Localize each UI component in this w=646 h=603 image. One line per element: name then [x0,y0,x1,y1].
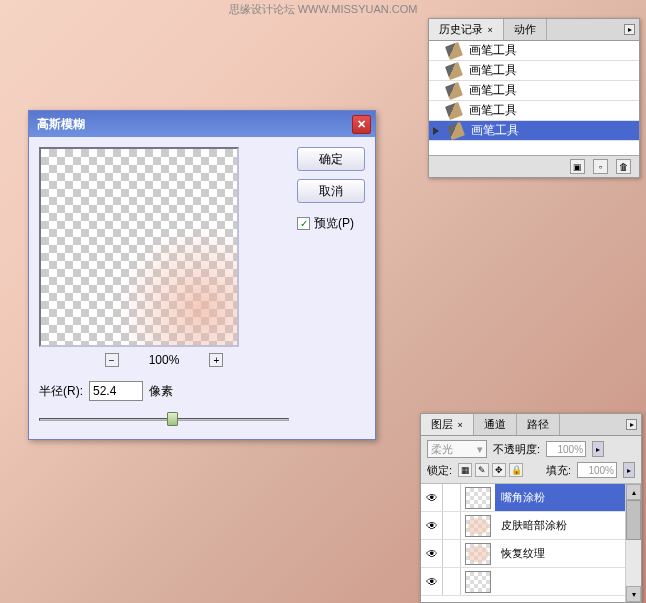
slider-thumb[interactable] [167,412,178,426]
scroll-track[interactable] [626,540,641,586]
layer-item[interactable]: 👁 恢复纹理 [421,540,641,568]
brush-icon [445,62,463,80]
history-item[interactable]: 画笔工具 [429,101,639,121]
zoom-out-button[interactable]: − [105,353,119,367]
brush-icon [447,122,465,140]
layer-thumbnail[interactable] [465,515,491,537]
history-footer: ▣ ▫ 🗑 [429,155,639,177]
tab-channels[interactable]: 通道 [474,414,517,435]
history-pointer-icon [433,127,439,135]
dialog-body: − 100% + 半径(R): 像素 确定 取消 ✓ 预览(P) [29,137,375,439]
visibility-toggle[interactable]: 👁 [421,568,443,595]
dialog-title: 高斯模糊 [37,116,85,133]
blend-mode-select[interactable]: 柔光▾ [427,440,487,458]
history-item[interactable]: 画笔工具 [429,41,639,61]
tab-history[interactable]: 历史记录 × [429,19,504,40]
fill-arrow[interactable]: ▸ [623,462,635,478]
tab-actions[interactable]: 动作 [504,19,547,40]
preview-checkbox-label: 预览(P) [314,215,354,232]
ok-button[interactable]: 确定 [297,147,365,171]
layer-item[interactable]: 👁 [421,568,641,596]
radius-slider[interactable] [39,411,289,429]
dialog-titlebar[interactable]: 高斯模糊 ✕ [29,111,375,137]
layers-options: 柔光▾ 不透明度: ▸ 锁定: ▦ ✎ ✥ 🔒 填充: ▸ [421,436,641,484]
fill-input[interactable] [577,462,617,478]
lock-position-icon[interactable]: ✥ [492,463,506,477]
gaussian-blur-dialog: 高斯模糊 ✕ − 100% + 半径(R): 像素 确定 取消 [28,110,376,440]
tab-paths[interactable]: 路径 [517,414,560,435]
opacity-label: 不透明度: [493,442,540,457]
layer-thumbnail[interactable] [465,571,491,593]
layers-tabs: 图层 × 通道 路径 ▸ [421,414,641,436]
zoom-in-button[interactable]: + [209,353,223,367]
close-button[interactable]: ✕ [352,115,371,134]
link-column[interactable] [443,512,461,539]
layer-name[interactable]: 恢复纹理 [495,540,641,567]
link-column[interactable] [443,568,461,595]
radius-unit: 像素 [149,383,173,400]
layers-scrollbar[interactable]: ▴ ▾ [625,484,641,602]
lock-label: 锁定: [427,463,452,478]
layers-list: 👁 嘴角涂粉 👁 皮肤暗部涂粉 👁 恢复纹理 👁 [421,484,641,602]
preview-content [117,225,237,345]
preview-checkbox[interactable]: ✓ [297,217,310,230]
link-column[interactable] [443,484,461,511]
cancel-button[interactable]: 取消 [297,179,365,203]
snapshot-icon[interactable]: ▣ [570,159,585,174]
radius-input[interactable] [89,381,143,401]
watermark-text: 思缘设计论坛 WWW.MISSYUAN.COM [229,2,418,17]
scroll-up-button[interactable]: ▴ [626,484,641,500]
lock-image-icon[interactable]: ✎ [475,463,489,477]
history-panel: 历史记录 × 动作 ▸ 画笔工具 画笔工具 画笔工具 画笔工具 画笔工具 ▣ ▫… [428,18,640,178]
brush-icon [445,42,463,60]
trash-icon[interactable]: 🗑 [616,159,631,174]
link-column[interactable] [443,540,461,567]
brush-icon [445,102,463,120]
layer-thumbnail[interactable] [465,487,491,509]
lock-all-icon[interactable]: 🔒 [509,463,523,477]
visibility-toggle[interactable]: 👁 [421,540,443,567]
history-list: 画笔工具 画笔工具 画笔工具 画笔工具 画笔工具 [429,41,639,155]
history-item[interactable]: 画笔工具 [429,81,639,101]
history-item[interactable]: 画笔工具 [429,121,639,141]
visibility-toggle[interactable]: 👁 [421,484,443,511]
fill-label: 填充: [546,463,571,478]
radius-label: 半径(R): [39,383,83,400]
opacity-input[interactable] [546,441,586,457]
new-state-icon[interactable]: ▫ [593,159,608,174]
history-tabs: 历史记录 × 动作 ▸ [429,19,639,41]
panel-menu-button[interactable]: ▸ [626,419,637,430]
layer-name[interactable] [495,568,641,595]
layer-name[interactable]: 嘴角涂粉 [495,484,641,511]
preview-canvas[interactable] [39,147,239,347]
scroll-down-button[interactable]: ▾ [626,586,641,602]
visibility-toggle[interactable]: 👁 [421,512,443,539]
tab-layers[interactable]: 图层 × [421,414,474,435]
layer-item[interactable]: 👁 嘴角涂粉 [421,484,641,512]
layer-thumbnail[interactable] [465,543,491,565]
layer-item[interactable]: 👁 皮肤暗部涂粉 [421,512,641,540]
brush-icon [445,82,463,100]
layers-panel: 图层 × 通道 路径 ▸ 柔光▾ 不透明度: ▸ 锁定: ▦ ✎ ✥ 🔒 填充:… [420,413,642,603]
slider-track [39,418,289,421]
lock-transparency-icon[interactable]: ▦ [458,463,472,477]
panel-menu-button[interactable]: ▸ [624,24,635,35]
zoom-level: 100% [149,353,180,367]
layer-name[interactable]: 皮肤暗部涂粉 [495,512,641,539]
history-item[interactable]: 画笔工具 [429,61,639,81]
opacity-arrow[interactable]: ▸ [592,441,604,457]
scroll-thumb[interactable] [626,500,641,540]
